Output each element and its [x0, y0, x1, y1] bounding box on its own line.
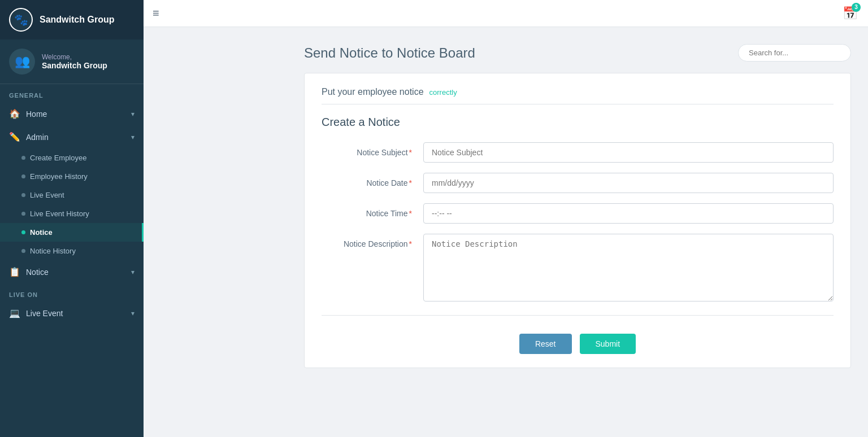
sidebar-item-admin[interactable]: ✏️ Admin ▾: [0, 125, 144, 148]
calendar-badge[interactable]: 📅 3: [841, 5, 859, 23]
avatar: 👥: [9, 49, 35, 75]
app-title: Sandwitch Group: [40, 15, 114, 25]
notice-card: Put your employee notice correctly Creat…: [304, 73, 851, 368]
notice-date-group: Notice Date*: [322, 173, 834, 193]
sidebar-live-event-label: Live Event: [26, 309, 63, 318]
page-header: Send Notice to Notice Board: [304, 44, 851, 62]
submit-button[interactable]: Submit: [580, 334, 636, 354]
username-label: Sandwitch Group: [42, 61, 107, 70]
notice-description-input[interactable]: [423, 234, 834, 301]
notice-time-label: Notice Time*: [322, 203, 423, 218]
dot-icon: [21, 249, 25, 253]
main-content: Send Notice to Notice Board Put your emp…: [287, 27, 868, 437]
home-icon: 🏠: [9, 108, 20, 119]
dot-icon: [21, 174, 25, 178]
logo-icon: 🐾: [9, 8, 33, 32]
sidebar-item-employee-history[interactable]: Employee History: [0, 167, 144, 186]
sidebar-item-live-event-section[interactable]: 💻 Live Event ▾: [0, 301, 144, 325]
general-section-label: GENERAL: [0, 84, 144, 102]
sidebar-logo[interactable]: 🐾 Sandwitch Group: [0, 0, 144, 40]
dot-icon: [21, 156, 25, 160]
sidebar-item-home-label: Home: [26, 110, 47, 119]
notification-badge: 3: [852, 3, 861, 12]
form-title: Create a Notice: [322, 116, 834, 129]
hamburger-button[interactable]: ≡: [153, 7, 159, 20]
chevron-down-icon: ▾: [131, 309, 134, 317]
notice-subject-input[interactable]: [423, 142, 834, 163]
sidebar-item-live-event[interactable]: Live Event: [0, 186, 144, 204]
dot-icon: [21, 193, 25, 197]
form-divider: [322, 315, 834, 316]
reset-button[interactable]: Reset: [519, 334, 572, 354]
card-subtitle-main: Put your employee notice: [322, 87, 424, 97]
notice-date-label: Notice Date*: [322, 173, 423, 187]
card-subtitle-hint: correctly: [429, 88, 457, 97]
sidebar: 🐾 Sandwitch Group 👥 Welcome, Sandwitch G…: [0, 0, 144, 437]
top-bar: ≡ 📅 3: [144, 0, 868, 27]
notice-subject-label: Notice Subject*: [322, 142, 423, 157]
notice-time-input[interactable]: [423, 203, 834, 224]
notice-icon: 📋: [9, 266, 20, 277]
notice-time-group: Notice Time*: [322, 203, 834, 224]
sidebar-item-admin-label: Admin: [26, 133, 49, 142]
card-subtitle: Put your employee notice correctly: [322, 87, 834, 104]
notice-date-input[interactable]: [423, 173, 834, 193]
sidebar-notice-label: Notice: [26, 268, 49, 277]
sidebar-item-notice-section[interactable]: 📋 Notice ▾: [0, 260, 144, 283]
sidebar-item-create-employee[interactable]: Create Employee: [0, 148, 144, 167]
page-title: Send Notice to Notice Board: [304, 45, 475, 61]
chevron-down-icon: ▾: [131, 133, 134, 141]
form-actions: Reset Submit: [322, 329, 834, 354]
chevron-down-icon: ▾: [131, 268, 134, 276]
notice-subject-group: Notice Subject*: [322, 142, 834, 163]
sidebar-item-notice[interactable]: Notice: [0, 223, 144, 242]
live-on-section-label: LIVE ON: [0, 283, 144, 301]
admin-icon: ✏️: [9, 132, 20, 142]
live-event-icon: 💻: [9, 308, 20, 318]
sidebar-item-notice-history[interactable]: Notice History: [0, 242, 144, 260]
welcome-label: Welcome,: [42, 53, 107, 61]
dot-icon: [21, 212, 25, 216]
search-input[interactable]: [738, 44, 851, 62]
sidebar-user: 👥 Welcome, Sandwitch Group: [0, 40, 144, 84]
notice-description-group: Notice Description*: [322, 234, 834, 301]
notice-description-label: Notice Description*: [322, 234, 423, 248]
sidebar-item-home[interactable]: 🏠 Home ▾: [0, 102, 144, 125]
sidebar-item-live-event-history[interactable]: Live Event History: [0, 204, 144, 223]
dot-active-icon: [21, 230, 25, 234]
chevron-down-icon: ▾: [131, 110, 134, 118]
